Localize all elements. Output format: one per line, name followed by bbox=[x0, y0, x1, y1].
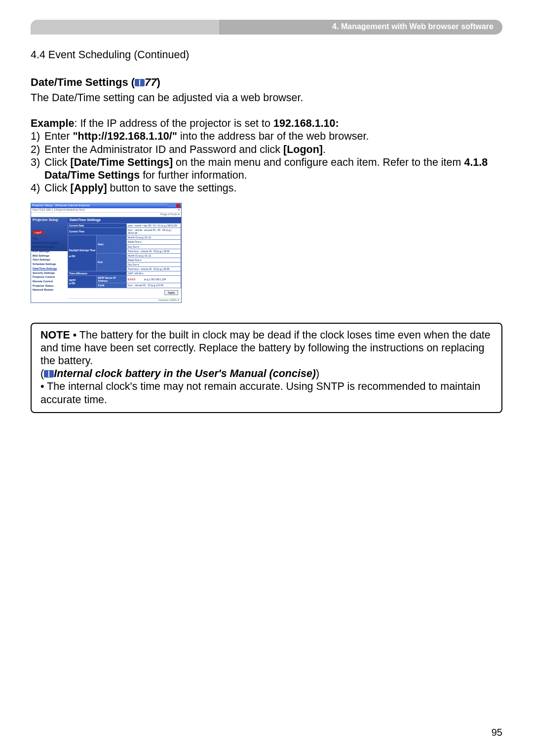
sidebar-item[interactable]: Port Settings bbox=[33, 249, 66, 254]
step-row: 4) Click [Apply] button to save the sett… bbox=[31, 182, 502, 194]
sidebar-item[interactable]: Projector Status bbox=[33, 284, 66, 288]
step-text: for further information. bbox=[140, 169, 247, 181]
sub-label: Cycle bbox=[97, 283, 126, 288]
browser-toolbar[interactable]: Page ▾ Tools ▾ bbox=[31, 213, 181, 217]
sub-label: Start bbox=[97, 235, 126, 253]
sidebar-item[interactable]: Network Restart bbox=[33, 288, 66, 292]
brand-label: Projector Setup bbox=[33, 218, 66, 230]
step-bold: "http://192.168.1.10/" bbox=[73, 130, 177, 142]
logoff-button[interactable]: Logoff bbox=[33, 230, 43, 234]
checkbox-on[interactable]: ■ ON bbox=[69, 255, 75, 258]
row-value[interactable]: hour : minute 00 : 10 [e.g.] 01:00 bbox=[126, 283, 181, 288]
embedded-screenshot: Projector Setup - Windows Internet Explo… bbox=[31, 203, 502, 303]
row-value[interactable]: Month 01 [e.g.] 01-12 bbox=[126, 235, 181, 240]
step-text: button to save the settings. bbox=[107, 182, 237, 194]
example-ip: 192.168.1.10: bbox=[273, 117, 339, 129]
checkbox-on[interactable]: ■ ON bbox=[69, 282, 75, 285]
sidebar-item[interactable]: Projector Control bbox=[33, 275, 66, 279]
sidebar-item-active[interactable]: Date/Time Settings bbox=[33, 266, 66, 271]
sidebar-item[interactable]: Remote Control bbox=[33, 279, 66, 284]
step-num: 1) bbox=[31, 130, 44, 143]
step-bold: [Logon] bbox=[283, 144, 323, 155]
heading-text: Date/Time Settings ( bbox=[31, 76, 135, 88]
sidebar-item[interactable]: Network Settings bbox=[33, 245, 66, 249]
step-text: Enter bbox=[44, 130, 73, 142]
page-number: 95 bbox=[492, 726, 502, 738]
step-row: 2) Enter the Administrator ID and Passwo… bbox=[31, 143, 502, 156]
section-heading: Date/Time Settings (77) bbox=[31, 76, 502, 89]
row-label: Time difference bbox=[68, 271, 127, 276]
step-text: Enter the Administrator ID and Password … bbox=[44, 144, 283, 155]
sidebar-item[interactable]: Schedule Settings bbox=[33, 262, 66, 266]
row-value[interactable]: Week First ▾ bbox=[126, 258, 181, 262]
step-row: 3) Click [Date/Time Settings] on the mai… bbox=[31, 156, 502, 182]
step-text: Click bbox=[44, 182, 71, 194]
sidebar-item[interactable]: Mail Settings bbox=[33, 254, 66, 258]
book-icon bbox=[135, 79, 145, 86]
sidebar-item[interactable]: Top: bbox=[33, 236, 66, 241]
panel-title: Date/Time Settings bbox=[68, 217, 181, 224]
note-text: • The internal clock's time may not rema… bbox=[40, 380, 481, 405]
continued-heading: 4.4 Event Scheduling (Continued) bbox=[31, 48, 502, 61]
sidebar-item[interactable]: Network Information bbox=[33, 241, 66, 245]
step-row: 1) Enter "http://192.168.1.10/" into the… bbox=[31, 130, 502, 143]
example-lead: Example bbox=[31, 117, 74, 129]
step-text: into the address bar of the web browser. bbox=[177, 130, 369, 142]
note-text: • The battery for the built in clock may… bbox=[40, 329, 491, 367]
address-bar[interactable]: http://192.168.1.10/admin/datetime.html▾ bbox=[31, 208, 181, 213]
heading-page-ref: 77 bbox=[145, 76, 156, 88]
step-num: 4) bbox=[31, 182, 44, 194]
note-ref: Internal clock battery in the User's Man… bbox=[54, 368, 316, 379]
row-value[interactable]: hour : minute : second 00 : 00 : 00 [e.g… bbox=[126, 228, 181, 235]
row-value[interactable]: Day Sun ▾ bbox=[126, 244, 181, 249]
step-text: . bbox=[323, 144, 326, 155]
window-titlebar: Projector Setup - Windows Internet Explo… bbox=[31, 203, 181, 208]
row-label: Current Time bbox=[68, 228, 127, 235]
apply-button[interactable]: Apply bbox=[164, 290, 178, 295]
intro-text: The Date/Time setting can be adjusted vi… bbox=[31, 91, 502, 104]
book-icon bbox=[44, 370, 54, 378]
sidebar-item[interactable]: Alert Settings bbox=[33, 258, 66, 262]
step-bold: [Date/Time Settings] bbox=[71, 156, 173, 168]
close-icon[interactable] bbox=[176, 204, 180, 207]
window-title: Projector Setup - Windows Internet Explo… bbox=[32, 204, 90, 207]
step-bold: [Apply] bbox=[71, 182, 107, 194]
chapter-title: 4. Management with Web browser software bbox=[332, 22, 494, 32]
row-value[interactable]: Day Sun ▾ bbox=[126, 262, 181, 266]
row-value[interactable]: Time hour : minute 00 : 00 [e.g.] 18:06 bbox=[126, 249, 181, 253]
row-value[interactable]: year / month / day 08 / 01 / 01 [e.g.] 0… bbox=[126, 224, 181, 228]
note-text: ( bbox=[40, 368, 44, 379]
example-rest: : If the IP address of the projector is … bbox=[74, 117, 273, 129]
note-lead: NOTE bbox=[40, 329, 70, 341]
status-bar: Internet 100% ▾ bbox=[68, 298, 181, 302]
row-value[interactable]: Week First ▾ bbox=[126, 240, 181, 244]
sub-label: End bbox=[97, 253, 126, 271]
row-label: SNTP ■ ON bbox=[68, 276, 97, 288]
note-text: ) bbox=[316, 368, 319, 379]
sub-label: SNTP Server IP Address bbox=[97, 276, 126, 283]
example-line: Example: If the IP address of the projec… bbox=[31, 117, 502, 130]
note-box: NOTE • The battery for the built in cloc… bbox=[31, 323, 502, 413]
heading-close: ) bbox=[157, 76, 160, 88]
settings-table: Current Date year / month / day 08 / 01 … bbox=[68, 223, 181, 288]
step-num: 2) bbox=[31, 143, 44, 156]
side-nav: Top: Network Information Network Setting… bbox=[33, 236, 66, 292]
row-value[interactable]: GMT +00:00 ▾ bbox=[126, 271, 181, 276]
step-text: on the main menu and configure each item… bbox=[173, 156, 464, 168]
step-num: 3) bbox=[31, 156, 44, 182]
minimize-icon[interactable] bbox=[167, 204, 171, 207]
row-value[interactable]: Time hour : minute 00 : 00 [e.g.] 18:06 bbox=[126, 267, 181, 271]
row-value[interactable]: 0.0.0.0 [e.g.] 192.168.1.254 bbox=[126, 276, 181, 283]
maximize-icon[interactable] bbox=[172, 204, 176, 207]
row-label: Current Date bbox=[68, 224, 127, 228]
step-text: Click bbox=[44, 156, 71, 168]
sidebar-item[interactable]: Security Settings bbox=[33, 271, 66, 275]
chapter-header: 4. Management with Web browser software bbox=[31, 20, 502, 35]
row-value[interactable]: Month 01 [e.g.] 01-12 bbox=[126, 253, 181, 258]
row-label: Daylight Savings Time ■ ON bbox=[68, 235, 97, 271]
